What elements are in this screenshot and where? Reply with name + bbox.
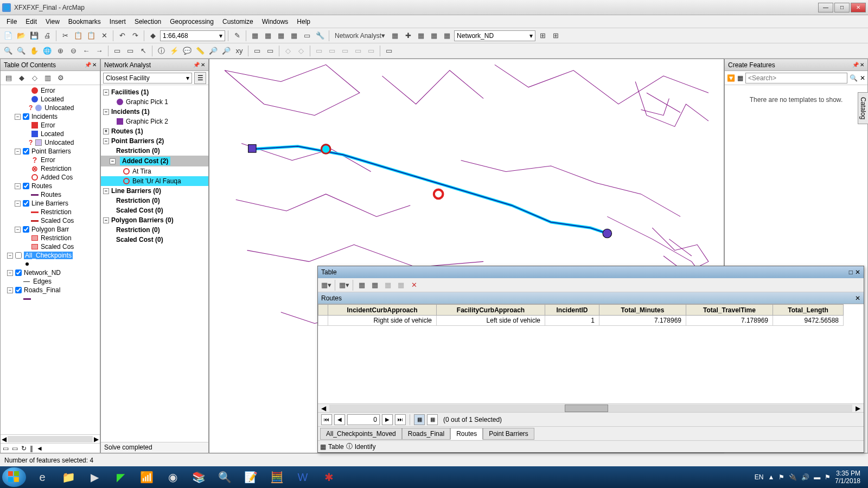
calc-icon[interactable]: 🧮 <box>264 467 290 487</box>
na-pb-tira[interactable]: At Tira <box>132 168 151 175</box>
undo-icon[interactable]: ↶ <box>116 30 128 42</box>
hscroll-right-icon[interactable]: ▶ <box>94 435 99 443</box>
menu-selection[interactable]: Selection <box>130 16 165 27</box>
na-properties-button[interactable]: ☰ <box>194 72 206 84</box>
hscroll-right-icon[interactable]: ▶ <box>852 404 864 412</box>
toc-refresh-icon[interactable]: ↻ <box>21 445 27 452</box>
tray-network-icon[interactable]: ▬ <box>814 473 820 481</box>
expander-icon[interactable]: − <box>103 138 109 144</box>
close-button[interactable]: ✕ <box>851 3 866 12</box>
toc-lb-scaledcos[interactable]: Scaled Cos <box>41 217 74 224</box>
na-create-icon[interactable]: ✚ <box>402 30 414 42</box>
paste-icon[interactable]: 📋 <box>85 30 97 42</box>
tab-checkpoints[interactable]: All_Checkpoints_Moved <box>320 428 402 440</box>
app-icon[interactable]: ✱ <box>316 467 342 487</box>
tray-action-icon[interactable]: ⚑ <box>778 473 784 481</box>
toolbox-icon[interactable]: 🔧 <box>314 30 326 42</box>
na-dropdown[interactable]: Network Analyst▾ <box>332 30 388 42</box>
modelbuilder-icon[interactable]: ▭ <box>301 30 313 42</box>
na-routes[interactable]: Routes (1) <box>111 127 143 135</box>
measure-icon[interactable]: 📏 <box>194 45 206 57</box>
identify-view-label[interactable]: Identify <box>355 443 376 451</box>
na-lb-restriction[interactable]: Restriction (0) <box>116 197 160 204</box>
zoomout-icon[interactable]: 🔍 <box>15 45 27 57</box>
menu-help[interactable]: Help <box>292 16 315 27</box>
na-window-icon[interactable]: ▦ <box>389 30 401 42</box>
expander-icon[interactable]: + <box>103 129 109 134</box>
na-solve-icon[interactable]: ▦ <box>415 30 427 42</box>
back-icon[interactable]: ← <box>80 45 92 57</box>
print-icon[interactable]: 🖨 <box>41 30 53 42</box>
toc-pgb-check[interactable] <box>23 226 29 233</box>
expander-icon[interactable]: − <box>103 109 109 115</box>
toc-list-drawing-icon[interactable]: ▤ <box>3 72 15 84</box>
tray-lang[interactable]: EN <box>755 473 764 481</box>
catalog-tab[interactable]: Catalog <box>858 92 868 124</box>
tab-routes[interactable]: Routes <box>450 428 483 440</box>
table-switch-sel-icon[interactable]: ▦ <box>369 279 381 291</box>
delete-icon[interactable]: ✕ <box>98 30 110 42</box>
col-ica[interactable]: IncidentCurbApproach <box>328 305 437 316</box>
tray-flag-icon[interactable]: ⚑ <box>825 473 831 481</box>
expander-icon[interactable]: − <box>15 149 21 155</box>
table-select-by-attr-icon[interactable]: ▦ <box>356 279 368 291</box>
col-tlen[interactable]: Total_Length <box>773 305 844 316</box>
add-data-icon[interactable]: ◆ <box>147 30 159 42</box>
toc-pgb-scaledcos[interactable]: Scaled Cos <box>41 243 74 251</box>
expander-icon[interactable]: − <box>103 89 109 95</box>
toc-pb-restriction[interactable]: Restriction <box>41 165 72 172</box>
expander-icon[interactable]: − <box>103 217 109 223</box>
new-icon[interactable]: 📄 <box>2 30 14 42</box>
cut-icon[interactable]: ✂ <box>59 30 71 42</box>
toc-pause-icon[interactable]: ‖ <box>30 445 33 452</box>
na-pgb-scaled[interactable]: Scaled Cost (0) <box>116 236 163 243</box>
na-pin-icon[interactable]: 📌 <box>193 62 200 68</box>
toc-list-source-icon[interactable]: ◆ <box>16 72 28 84</box>
toc-pb-check[interactable] <box>23 148 29 155</box>
table-options-icon[interactable]: ▦▾ <box>320 279 332 291</box>
hyperlink-icon[interactable]: ⚡ <box>168 45 180 57</box>
network-dataset-combo[interactable]: Network_ND▾ <box>454 30 535 41</box>
na-pgb-restriction[interactable]: Restriction (0) <box>116 226 160 234</box>
toc-all-checkpoints[interactable]: All_Checkpoints <box>24 252 73 259</box>
toc-point-barriers[interactable]: Point Barriers <box>31 147 71 155</box>
expander-icon[interactable]: − <box>103 188 109 194</box>
maximize-button[interactable]: □ <box>834 3 850 12</box>
save-icon[interactable]: 💾 <box>28 30 40 42</box>
ie-icon[interactable]: e <box>29 467 55 487</box>
expander-icon[interactable]: − <box>15 183 21 189</box>
cf-filter-icon[interactable]: 🔽 <box>727 74 735 82</box>
tab-roads[interactable]: Roads_Final <box>402 428 450 440</box>
menu-insert[interactable]: Insert <box>105 16 130 27</box>
expander-icon[interactable]: − <box>15 227 21 233</box>
nav-prev-icon[interactable]: ◀ <box>334 414 345 425</box>
word-icon[interactable]: W <box>290 467 316 487</box>
na-facilities[interactable]: Facilities (1) <box>111 88 149 96</box>
findroute-icon[interactable]: 🔎 <box>220 45 232 57</box>
edit5-icon[interactable]: ▭ <box>339 45 351 57</box>
expander-icon[interactable]: − <box>110 158 116 164</box>
select-elements-icon[interactable]: ↖ <box>137 45 149 57</box>
edit6-icon[interactable]: ▭ <box>352 45 364 57</box>
cf-pin-icon[interactable]: 📌 <box>852 62 859 68</box>
table-view-icon[interactable]: ▦ <box>320 443 326 451</box>
select-features-icon[interactable]: ▭ <box>111 45 123 57</box>
menu-file[interactable]: File <box>2 16 21 27</box>
html-popup-icon[interactable]: 💬 <box>181 45 193 57</box>
toc-allcheck-check[interactable] <box>15 252 22 259</box>
zoomin-icon[interactable]: 🔍 <box>2 45 14 57</box>
toc-roads-final[interactable]: Roads_Final <box>24 286 60 294</box>
chrome-icon[interactable]: ◉ <box>159 467 186 487</box>
toc-list-visibility-icon[interactable]: ◇ <box>29 72 41 84</box>
nav-first-icon[interactable]: ⏮ <box>321 414 332 425</box>
start-button[interactable] <box>2 467 26 487</box>
toc-network-nd[interactable]: Network_ND <box>24 269 61 277</box>
table-maximize-icon[interactable]: □ <box>849 268 853 276</box>
expander-icon[interactable]: − <box>15 114 21 120</box>
goto-xy-icon[interactable]: xy <box>233 45 245 57</box>
toc-options-icon[interactable]: ⚙ <box>55 72 67 84</box>
menu-windows[interactable]: Windows <box>258 16 293 27</box>
pan-icon[interactable]: ✋ <box>28 45 40 57</box>
table-related-icon[interactable]: ▦▾ <box>338 279 350 291</box>
na-incidents[interactable]: Incidents (1) <box>111 108 150 115</box>
